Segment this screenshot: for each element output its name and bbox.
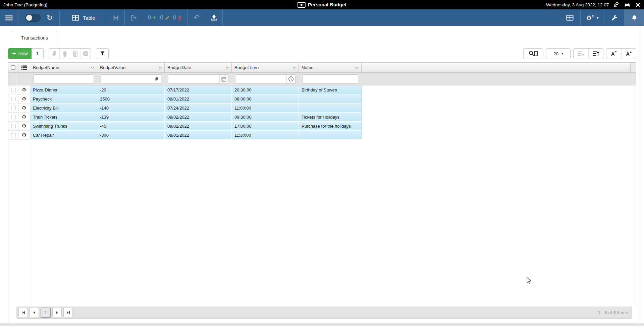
row-gear-icon[interactable]: ⚙ <box>22 106 26 111</box>
cell-notes[interactable]: Purchase for the holidays <box>299 122 362 131</box>
row-checkbox[interactable] <box>11 124 15 128</box>
cell-budgetvalue[interactable]: 2500 <box>97 94 165 104</box>
clock-icon[interactable] <box>286 75 295 83</box>
column-header-budgettime[interactable]: BudgetTime <box>232 63 299 72</box>
row-gear-icon[interactable]: ⚙ <box>22 133 26 138</box>
chevron-down-icon[interactable] <box>158 67 162 69</box>
first-page-button[interactable] <box>18 308 28 317</box>
filter-budgetdate-input[interactable] <box>168 75 219 83</box>
cell-notes[interactable]: Tickets for Holidays <box>299 113 362 122</box>
row-checkbox[interactable] <box>11 106 15 110</box>
chevron-down-icon[interactable] <box>292 67 296 69</box>
filter-budgettime-input[interactable] <box>235 75 286 83</box>
cell-budgetvalue[interactable]: -45 <box>97 122 165 131</box>
cell-budgetname[interactable]: Train Tickets <box>30 113 97 122</box>
row-gear-icon[interactable]: ⚙ <box>22 124 26 129</box>
current-page-button[interactable]: 1 <box>41 308 51 318</box>
tools-button[interactable] <box>604 9 624 26</box>
notifications-button[interactable] <box>625 9 644 26</box>
filter-budgetname-input[interactable] <box>34 75 94 83</box>
tab-transactions[interactable]: Transactions <box>12 31 57 44</box>
scrollbar-top[interactable] <box>630 63 636 72</box>
cell-budgetname[interactable]: Swimming Trunks <box>30 122 97 131</box>
cell-budgettime[interactable]: 11:00:00 <box>232 104 299 113</box>
upload-button[interactable] <box>205 9 222 26</box>
filter-notes-input[interactable] <box>303 75 358 83</box>
cell-budgettime[interactable]: 09:30:00 <box>232 113 299 122</box>
cell-budgetdate[interactable]: 08/01/2022 <box>165 131 232 140</box>
cell-notes[interactable] <box>299 131 362 140</box>
edit-mode-toggle[interactable] <box>25 14 41 22</box>
cell-notes[interactable] <box>299 104 362 113</box>
cell-budgetvalue[interactable]: -300 <box>97 131 165 140</box>
last-page-button[interactable] <box>63 308 73 317</box>
hamburger-menu-button[interactable] <box>0 9 18 26</box>
column-header-budgetname[interactable]: BudgetName <box>30 63 97 72</box>
delete-rows-button[interactable] <box>59 49 70 59</box>
cell-budgetvalue[interactable]: -20 <box>97 85 165 94</box>
decrease-font-button[interactable]: A▾ <box>606 49 621 59</box>
calendar-icon[interactable] <box>219 75 228 83</box>
column-header-notes[interactable]: Notes <box>299 63 362 72</box>
export-button[interactable] <box>125 9 142 26</box>
grid-toolbar: + Row <box>8 48 636 59</box>
cell-budgetdate[interactable]: 08/02/2022 <box>165 113 232 122</box>
save-button[interactable] <box>107 9 124 26</box>
row-gear-icon[interactable]: ⚙ <box>22 96 26 102</box>
filter-budgetvalue-input[interactable] <box>101 75 152 83</box>
row-checkbox[interactable] <box>11 115 15 119</box>
cell-budgetname[interactable]: Paycheck <box>30 94 97 104</box>
select-all-checkbox[interactable] <box>11 65 15 70</box>
cell-budgetname[interactable]: Pizza Dinner <box>30 85 97 94</box>
undo-button[interactable]: ↶ <box>188 9 205 26</box>
sort-descending-icon <box>578 51 584 56</box>
link-icon[interactable] <box>613 1 620 8</box>
sort-descending-button[interactable] <box>574 49 588 59</box>
settings-menu-button[interactable]: ⚙ ⚙ ▾ <box>581 9 604 26</box>
row-gear-icon[interactable]: ⚙ <box>22 87 26 92</box>
refresh-icon[interactable]: ↻ <box>47 14 53 21</box>
number-filter-icon[interactable]: # <box>152 75 161 83</box>
cell-budgetvalue[interactable]: -139 <box>97 113 165 122</box>
cell-notes[interactable] <box>299 94 362 104</box>
add-row-count-input[interactable] <box>32 48 44 59</box>
cell-notes[interactable]: Birthday of Steven <box>299 85 362 94</box>
add-row-button[interactable]: + Row <box>8 48 32 59</box>
table-view-button[interactable]: Table <box>60 9 107 26</box>
grid-view-button[interactable] <box>559 9 580 26</box>
page-size-dropdown[interactable]: 20 ▾ <box>546 48 571 59</box>
next-page-button[interactable] <box>52 308 62 317</box>
select-all-checkbox-cell <box>8 63 18 72</box>
cell-budgettime[interactable]: 08:00:00 <box>232 94 299 104</box>
close-icon[interactable]: × <box>635 1 641 8</box>
cell-budgetname[interactable]: Car Repair <box>30 131 97 140</box>
car-icon[interactable] <box>624 1 631 8</box>
previous-page-button[interactable] <box>30 308 39 317</box>
cell-budgetdate[interactable]: 07/24/2022 <box>165 104 232 113</box>
sort-ascending-button[interactable] <box>588 49 603 59</box>
row-checkbox[interactable] <box>11 133 15 137</box>
row-gear-icon[interactable]: ⚙ <box>22 115 26 120</box>
filter-button[interactable] <box>96 48 109 59</box>
cell-budgetdate[interactable]: 07/17/2022 <box>165 85 232 94</box>
cell-budgettime[interactable]: 17:00:00 <box>232 122 299 131</box>
increase-font-button[interactable]: A▴ <box>621 49 636 59</box>
calculator-button[interactable] <box>70 49 80 59</box>
chevron-down-icon[interactable] <box>91 67 94 69</box>
cell-budgettime[interactable]: 11:30:00 <box>232 131 299 140</box>
scrollbar-filter[interactable] <box>633 73 636 85</box>
column-header-budgetvalue[interactable]: BudgetValue <box>97 63 165 72</box>
cell-budgetname[interactable]: Electricity Bill <box>30 104 97 113</box>
row-checkbox[interactable] <box>11 88 15 92</box>
cell-budgetvalue[interactable]: -140 <box>97 104 165 113</box>
chevron-down-icon[interactable] <box>225 67 229 69</box>
select-all-button[interactable] <box>80 49 91 59</box>
column-header-budgetdate[interactable]: BudgetDate <box>165 63 232 72</box>
cell-budgetdate[interactable]: 08/02/2022 <box>165 122 232 131</box>
cell-budgettime[interactable]: 20:30:00 <box>232 85 299 94</box>
copy-rows-button[interactable] <box>49 49 59 59</box>
cell-budgetdate[interactable]: 08/01/2022 <box>165 94 232 104</box>
chevron-down-icon[interactable] <box>355 67 359 69</box>
search-columns-button[interactable] <box>523 48 543 59</box>
row-checkbox[interactable] <box>11 97 15 101</box>
